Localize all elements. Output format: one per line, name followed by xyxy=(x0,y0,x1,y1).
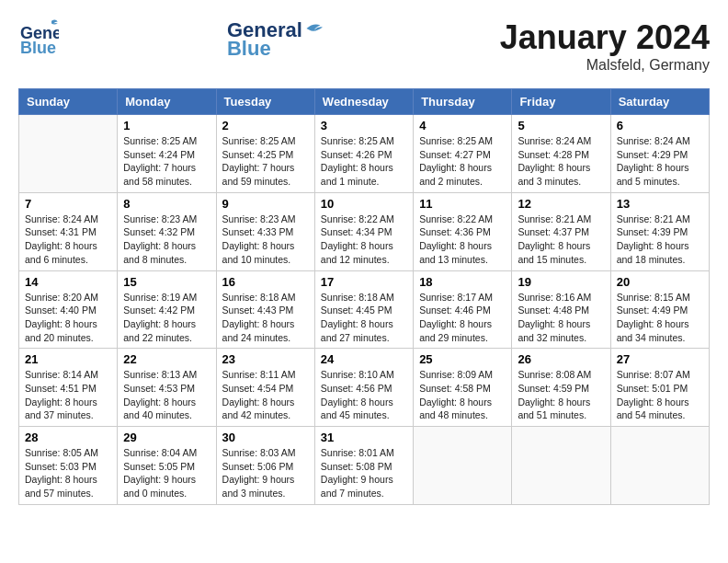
weekday-header: Thursday xyxy=(414,89,512,115)
day-detail: Sunrise: 8:21 AMSunset: 4:39 PMDaylight:… xyxy=(617,213,703,267)
calendar-cell: 23Sunrise: 8:11 AMSunset: 4:54 PMDayligh… xyxy=(216,349,314,427)
day-number: 15 xyxy=(123,275,210,289)
calendar-cell: 17Sunrise: 8:18 AMSunset: 4:45 PMDayligh… xyxy=(314,270,413,349)
day-detail: Sunrise: 8:03 AMSunset: 5:06 PMDaylight:… xyxy=(222,446,309,500)
calendar-cell: 8Sunrise: 8:23 AMSunset: 4:32 PMDaylight… xyxy=(118,192,216,270)
day-detail: Sunrise: 8:18 AMSunset: 4:43 PMDaylight:… xyxy=(222,291,309,345)
weekday-header: Monday xyxy=(118,89,216,115)
day-detail: Sunrise: 8:10 AMSunset: 4:56 PMDaylight:… xyxy=(321,368,407,422)
calendar-cell: 27Sunrise: 8:07 AMSunset: 5:01 PMDayligh… xyxy=(610,349,709,427)
day-number: 30 xyxy=(222,431,309,444)
calendar-week-row: 28Sunrise: 8:05 AMSunset: 5:03 PMDayligh… xyxy=(19,427,710,505)
day-detail: Sunrise: 8:24 AMSunset: 4:29 PMDaylight:… xyxy=(617,134,703,189)
day-number: 28 xyxy=(25,431,111,444)
calendar-cell: 21Sunrise: 8:14 AMSunset: 4:51 PMDayligh… xyxy=(19,349,118,427)
day-detail: Sunrise: 8:24 AMSunset: 4:28 PMDaylight:… xyxy=(518,134,604,189)
day-detail: Sunrise: 8:25 AMSunset: 4:25 PMDaylight:… xyxy=(222,134,309,189)
day-number: 23 xyxy=(222,352,309,366)
calendar-cell xyxy=(512,427,610,505)
day-detail: Sunrise: 8:14 AMSunset: 4:51 PMDaylight:… xyxy=(25,368,111,422)
day-number: 21 xyxy=(25,352,111,366)
day-detail: Sunrise: 8:22 AMSunset: 4:36 PMDaylight:… xyxy=(419,213,506,267)
day-detail: Sunrise: 8:15 AMSunset: 4:49 PMDaylight:… xyxy=(617,291,703,345)
day-detail: Sunrise: 8:25 AMSunset: 4:26 PMDaylight:… xyxy=(321,134,407,189)
calendar-cell: 13Sunrise: 8:21 AMSunset: 4:39 PMDayligh… xyxy=(610,192,709,270)
logo: General Blue xyxy=(18,18,59,63)
day-detail: Sunrise: 8:23 AMSunset: 4:32 PMDaylight:… xyxy=(123,213,210,267)
day-number: 19 xyxy=(518,275,604,289)
day-number: 11 xyxy=(419,197,506,211)
day-number: 4 xyxy=(419,119,506,132)
weekday-header: Wednesday xyxy=(314,89,413,115)
day-number: 3 xyxy=(321,119,407,132)
day-number: 1 xyxy=(123,119,210,132)
calendar-cell: 20Sunrise: 8:15 AMSunset: 4:49 PMDayligh… xyxy=(610,270,709,349)
day-detail: Sunrise: 8:13 AMSunset: 4:53 PMDaylight:… xyxy=(123,368,210,422)
title-block: January 2024 Malsfeld, Germany xyxy=(500,18,710,74)
day-number: 26 xyxy=(518,352,604,366)
calendar-cell: 11Sunrise: 8:22 AMSunset: 4:36 PMDayligh… xyxy=(414,192,512,270)
calendar-week-row: 1Sunrise: 8:25 AMSunset: 4:24 PMDaylight… xyxy=(19,115,710,193)
calendar-cell: 24Sunrise: 8:10 AMSunset: 4:56 PMDayligh… xyxy=(314,349,413,427)
calendar-cell: 15Sunrise: 8:19 AMSunset: 4:42 PMDayligh… xyxy=(118,270,216,349)
day-number: 10 xyxy=(321,197,407,211)
day-detail: Sunrise: 8:19 AMSunset: 4:42 PMDaylight:… xyxy=(123,291,210,345)
day-detail: Sunrise: 8:25 AMSunset: 4:24 PMDaylight:… xyxy=(123,134,210,189)
day-detail: Sunrise: 8:04 AMSunset: 5:05 PMDaylight:… xyxy=(123,446,210,500)
day-number: 6 xyxy=(617,119,703,132)
day-number: 5 xyxy=(518,119,604,132)
logo-bird-icon xyxy=(304,18,332,39)
calendar-week-row: 7Sunrise: 8:24 AMSunset: 4:31 PMDaylight… xyxy=(19,192,710,270)
calendar-cell: 1Sunrise: 8:25 AMSunset: 4:24 PMDaylight… xyxy=(118,115,216,193)
day-number: 8 xyxy=(123,197,210,211)
day-number: 27 xyxy=(617,352,703,366)
day-detail: Sunrise: 8:25 AMSunset: 4:27 PMDaylight:… xyxy=(419,134,506,189)
calendar-cell: 31Sunrise: 8:01 AMSunset: 5:08 PMDayligh… xyxy=(314,427,413,505)
weekday-header: Friday xyxy=(512,89,610,115)
day-detail: Sunrise: 8:01 AMSunset: 5:08 PMDaylight:… xyxy=(321,446,407,500)
calendar-week-row: 21Sunrise: 8:14 AMSunset: 4:51 PMDayligh… xyxy=(19,349,710,427)
page-header: General Blue General Blue January 2024 M… xyxy=(18,18,710,74)
day-detail: Sunrise: 8:18 AMSunset: 4:45 PMDaylight:… xyxy=(321,291,407,345)
calendar-cell: 19Sunrise: 8:16 AMSunset: 4:48 PMDayligh… xyxy=(512,270,610,349)
svg-text:Blue: Blue xyxy=(20,39,56,57)
calendar-cell: 5Sunrise: 8:24 AMSunset: 4:28 PMDaylight… xyxy=(512,115,610,193)
calendar-cell: 10Sunrise: 8:22 AMSunset: 4:34 PMDayligh… xyxy=(314,192,413,270)
day-detail: Sunrise: 8:05 AMSunset: 5:03 PMDaylight:… xyxy=(25,446,111,500)
calendar-cell: 6Sunrise: 8:24 AMSunset: 4:29 PMDaylight… xyxy=(610,115,709,193)
day-number: 22 xyxy=(123,352,210,366)
calendar-cell xyxy=(19,115,118,193)
day-number: 17 xyxy=(321,275,407,289)
day-detail: Sunrise: 8:11 AMSunset: 4:54 PMDaylight:… xyxy=(222,368,309,422)
calendar-cell xyxy=(610,427,709,505)
calendar-cell: 12Sunrise: 8:21 AMSunset: 4:37 PMDayligh… xyxy=(512,192,610,270)
day-number: 7 xyxy=(25,197,111,211)
day-number: 24 xyxy=(321,352,407,366)
month-title: January 2024 xyxy=(500,18,710,57)
calendar-cell: 2Sunrise: 8:25 AMSunset: 4:25 PMDaylight… xyxy=(216,115,314,193)
calendar-week-row: 14Sunrise: 8:20 AMSunset: 4:40 PMDayligh… xyxy=(19,270,710,349)
day-detail: Sunrise: 8:20 AMSunset: 4:40 PMDaylight:… xyxy=(25,291,111,345)
day-number: 13 xyxy=(617,197,703,211)
calendar-cell: 16Sunrise: 8:18 AMSunset: 4:43 PMDayligh… xyxy=(216,270,314,349)
calendar-cell: 25Sunrise: 8:09 AMSunset: 4:58 PMDayligh… xyxy=(414,349,512,427)
calendar-cell: 9Sunrise: 8:23 AMSunset: 4:33 PMDaylight… xyxy=(216,192,314,270)
location-title: Malsfeld, Germany xyxy=(500,57,710,74)
calendar-cell: 4Sunrise: 8:25 AMSunset: 4:27 PMDaylight… xyxy=(414,115,512,193)
calendar-cell xyxy=(414,427,512,505)
day-number: 31 xyxy=(321,431,407,444)
weekday-header: Tuesday xyxy=(216,89,314,115)
calendar-cell: 22Sunrise: 8:13 AMSunset: 4:53 PMDayligh… xyxy=(118,349,216,427)
logo-text-block: General Blue xyxy=(227,18,332,61)
weekday-header: Sunday xyxy=(19,89,118,115)
day-number: 29 xyxy=(123,431,210,444)
day-number: 9 xyxy=(222,197,309,211)
day-detail: Sunrise: 8:07 AMSunset: 5:01 PMDaylight:… xyxy=(617,368,703,422)
day-detail: Sunrise: 8:23 AMSunset: 4:33 PMDaylight:… xyxy=(222,213,309,267)
calendar-cell: 14Sunrise: 8:20 AMSunset: 4:40 PMDayligh… xyxy=(19,270,118,349)
weekday-header: Saturday xyxy=(610,89,709,115)
day-detail: Sunrise: 8:21 AMSunset: 4:37 PMDaylight:… xyxy=(518,213,604,267)
day-number: 12 xyxy=(518,197,604,211)
day-number: 14 xyxy=(25,275,111,289)
day-number: 25 xyxy=(419,352,506,366)
